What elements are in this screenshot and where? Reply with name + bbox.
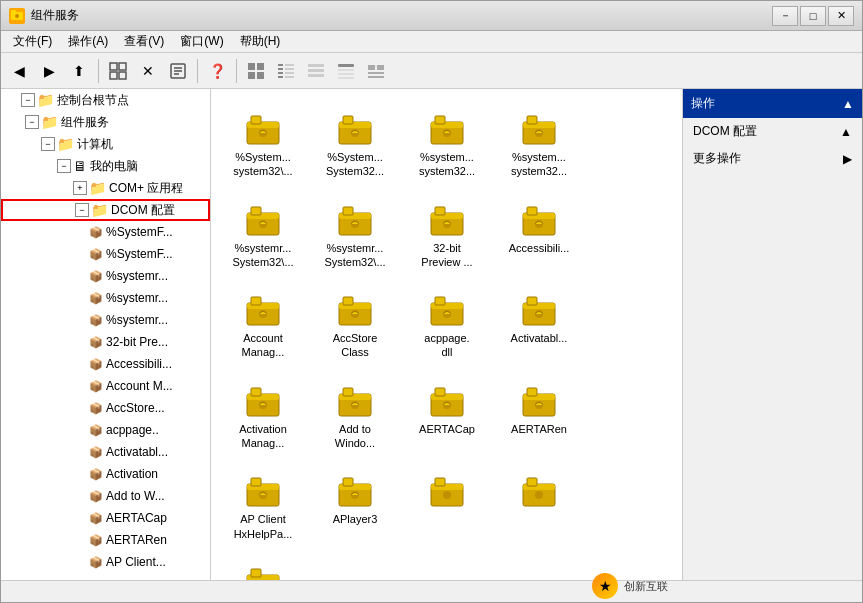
- dcom-box-icon-bottom3: [239, 555, 287, 580]
- icon-label-aertaren: AERTARen: [511, 422, 567, 436]
- icon-item-aplayer3[interactable]: APlayer3: [311, 459, 399, 546]
- tree-item-15[interactable]: 📦 AP Client...: [1, 551, 210, 573]
- icon-item-acppage[interactable]: acppage.dll: [403, 278, 491, 365]
- tree-item-11[interactable]: 📦 Activatabl...: [1, 441, 210, 463]
- delete-button[interactable]: ✕: [134, 57, 162, 85]
- tree-item-8[interactable]: 📦 Account M...: [1, 375, 210, 397]
- up-button[interactable]: ⬆: [65, 57, 93, 85]
- expand-computers[interactable]: −: [41, 137, 55, 151]
- svg-rect-25: [308, 74, 324, 77]
- svg-rect-52: [251, 207, 261, 215]
- show-hide-button[interactable]: [104, 57, 132, 85]
- view-details[interactable]: [332, 57, 360, 85]
- tree-item-activation[interactable]: 📦 Activation: [1, 463, 210, 485]
- tree-item-5[interactable]: 📦 %systemr...: [1, 309, 210, 331]
- tree-item-12[interactable]: 📦 Add to W...: [1, 485, 210, 507]
- main-window: 组件服务 － □ ✕ 文件(F) 操作(A) 查看(V) 窗口(W) 帮助(H)…: [0, 0, 863, 603]
- menu-view[interactable]: 查看(V): [116, 31, 172, 52]
- tree-item-computers[interactable]: − 📁 计算机: [1, 133, 210, 155]
- tree-item-1[interactable]: 📦 %SystemF...: [1, 221, 210, 243]
- arrange-icons[interactable]: [362, 57, 390, 85]
- icon-item-3[interactable]: %system...system32...: [403, 97, 491, 184]
- forward-button[interactable]: ▶: [35, 57, 63, 85]
- icon-label-8: Accessibili...: [509, 241, 570, 255]
- svg-rect-92: [435, 388, 445, 396]
- tree-label-14: AERTARen: [106, 533, 167, 547]
- expand-root[interactable]: −: [21, 93, 35, 107]
- tree-item-component-services[interactable]: − 📁 组件服务: [1, 111, 210, 133]
- icon-item-aertaren[interactable]: AERTARen: [495, 369, 583, 456]
- help-button[interactable]: ❓: [203, 57, 231, 85]
- expand-my-computer[interactable]: −: [57, 159, 71, 173]
- icon-item-1[interactable]: %System...system32\...: [219, 97, 307, 184]
- back-button[interactable]: ◀: [5, 57, 33, 85]
- svg-rect-6: [119, 72, 126, 79]
- action-collapse-icon[interactable]: ▲: [842, 97, 854, 111]
- icon-item-account[interactable]: AccountManag...: [219, 278, 307, 365]
- view-list[interactable]: [302, 57, 330, 85]
- icon-label-activation: ActivationManag...: [239, 422, 287, 451]
- icon-item-6[interactable]: %systemr...System32\...: [311, 188, 399, 275]
- menu-help[interactable]: 帮助(H): [232, 31, 289, 52]
- action-more-actions[interactable]: 更多操作 ▶: [683, 145, 862, 172]
- view-small-icons[interactable]: [272, 57, 300, 85]
- icon-item-2[interactable]: %System...System32...: [311, 97, 399, 184]
- tree-item-9[interactable]: 📦 AccStore...: [1, 397, 210, 419]
- icon-label-account: AccountManag...: [242, 331, 285, 360]
- action-dcom-config-label: DCOM 配置: [693, 123, 757, 140]
- menu-file[interactable]: 文件(F): [5, 31, 60, 52]
- tree-label-computers: 计算机: [77, 136, 113, 153]
- icon-item-bottom1[interactable]: [403, 459, 491, 546]
- tree-item-13[interactable]: 📦 AERTACap: [1, 507, 210, 529]
- tree-item-com-plus[interactable]: + 📁 COM+ 应用程: [1, 177, 210, 199]
- icon-item-accstore[interactable]: AccStoreClass: [311, 278, 399, 365]
- properties-button[interactable]: [164, 57, 192, 85]
- icon-item-4[interactable]: %system...system32...: [495, 97, 583, 184]
- window-title: 组件服务: [31, 7, 772, 24]
- close-button[interactable]: ✕: [828, 6, 854, 26]
- tree-item-4[interactable]: 📦 %systemr...: [1, 287, 210, 309]
- toolbar-sep-3: [236, 59, 237, 83]
- svg-rect-31: [377, 65, 384, 70]
- maximize-button[interactable]: □: [800, 6, 826, 26]
- tree-label-12: Add to W...: [106, 489, 165, 503]
- icon-item-addto[interactable]: Add toWindo...: [311, 369, 399, 456]
- tree-item-3[interactable]: 📦 %systemr...: [1, 265, 210, 287]
- tree-item-dcom-config[interactable]: − 📁 DCOM 配置: [1, 199, 210, 221]
- icon-label-activatabl: Activatabl...: [511, 331, 568, 345]
- icon-item-aertacap[interactable]: AERTACap: [403, 369, 491, 456]
- menu-window[interactable]: 窗口(W): [172, 31, 231, 52]
- expand-dcom-config[interactable]: −: [75, 203, 89, 217]
- tree-item-root[interactable]: − 📁 控制台根节点: [1, 89, 210, 111]
- tree-item-6[interactable]: 📦 32-bit Pre...: [1, 331, 210, 353]
- expand-component-services[interactable]: −: [25, 115, 39, 129]
- action-dcom-config[interactable]: DCOM 配置 ▲: [683, 118, 862, 145]
- svg-rect-68: [251, 297, 261, 305]
- tree-item-7[interactable]: 📦 Accessibili...: [1, 353, 210, 375]
- svg-rect-4: [119, 63, 126, 70]
- icon-item-8[interactable]: Accessibili...: [495, 188, 583, 275]
- svg-rect-44: [435, 116, 445, 124]
- dcom-box-icon-addto: [331, 374, 379, 422]
- tree-label-6: 32-bit Pre...: [106, 335, 168, 349]
- minimize-button[interactable]: －: [772, 6, 798, 26]
- icon-item-5[interactable]: %systemr...System32\...: [219, 188, 307, 275]
- icon-item-7[interactable]: 32-bit Preview ...: [403, 188, 491, 275]
- menu-action[interactable]: 操作(A): [60, 31, 116, 52]
- svg-rect-19: [285, 64, 294, 66]
- expand-com-plus[interactable]: +: [73, 181, 87, 195]
- tree-item-10[interactable]: 📦 acppage..: [1, 419, 210, 441]
- svg-point-109: [443, 491, 451, 499]
- svg-rect-23: [308, 64, 324, 67]
- tree-item-2[interactable]: 📦 %SystemF...: [1, 243, 210, 265]
- icon-item-apclient[interactable]: AP ClientHxHelpPa...: [219, 459, 307, 546]
- tree-item-my-computer[interactable]: − 🖥 我的电脑: [1, 155, 210, 177]
- dcom-box-icon-3: [423, 102, 471, 150]
- icon-item-activatabl[interactable]: Activatabl...: [495, 278, 583, 365]
- tree-item-14[interactable]: 📦 AERTARen: [1, 529, 210, 551]
- icon-item-activation[interactable]: ActivationManag...: [219, 369, 307, 456]
- icon-item-bottom2[interactable]: [495, 459, 583, 546]
- toolbar-sep-1: [98, 59, 99, 83]
- view-large-icons[interactable]: [242, 57, 270, 85]
- icon-item-bottom3[interactable]: [219, 550, 307, 580]
